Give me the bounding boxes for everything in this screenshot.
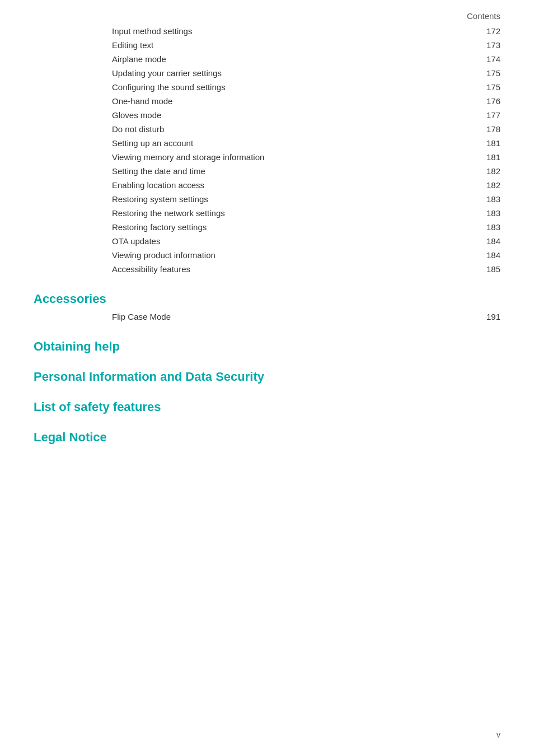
toc-item-label: Gloves mode xyxy=(34,108,474,122)
toc-row: Configuring the sound settings175 xyxy=(34,80,500,94)
toc-item-label: Accessibility features xyxy=(34,262,474,276)
toc-item-label: Do not disturb xyxy=(34,122,474,136)
toc-item-page: 178 xyxy=(474,122,500,136)
toc-item-page: 172 xyxy=(474,24,500,38)
toc-row: Editing text173 xyxy=(34,38,500,52)
toc-item-label: Enabling location access xyxy=(34,178,474,192)
toc-row: Input method settings172 xyxy=(34,24,500,38)
toc-item-page: 184 xyxy=(474,248,500,262)
contents-label: Contents xyxy=(34,11,500,21)
toc-item-label: Restoring factory settings xyxy=(34,220,474,234)
toc-row: Viewing memory and storage information18… xyxy=(34,150,500,164)
standalone-heading: Personal Information and Data Security xyxy=(34,370,500,384)
toc-item-label: Configuring the sound settings xyxy=(34,80,474,94)
toc-row: OTA updates184 xyxy=(34,234,500,248)
accessories-sub-items: Flip Case Mode191 xyxy=(34,310,500,324)
toc-item-page: 183 xyxy=(474,220,500,234)
toc-row: Restoring factory settings183 xyxy=(34,220,500,234)
toc-row: Enabling location access182 xyxy=(34,178,500,192)
toc-item-label: Setting the date and time xyxy=(34,164,474,178)
toc-item-page: 185 xyxy=(474,262,500,276)
toc-item-page: 181 xyxy=(474,136,500,150)
toc-item-page: 183 xyxy=(474,192,500,206)
toc-item-page: 184 xyxy=(474,234,500,248)
standalone-heading: Legal Notice xyxy=(34,430,500,445)
toc-item-page: 181 xyxy=(474,150,500,164)
toc-row: Restoring the network settings183 xyxy=(34,206,500,220)
toc-item-page: 176 xyxy=(474,94,500,108)
toc-table: Input method settings172Editing text173A… xyxy=(34,24,500,276)
toc-item-page: 183 xyxy=(474,206,500,220)
toc-item-page: 177 xyxy=(474,108,500,122)
toc-item-label: Editing text xyxy=(34,38,474,52)
toc-item-page: 174 xyxy=(474,52,500,66)
toc-item-label: Input method settings xyxy=(34,24,474,38)
toc-item-label: Airplane mode xyxy=(34,52,474,66)
toc-row: Restoring system settings183 xyxy=(34,192,500,206)
toc-item-label: Viewing product information xyxy=(34,248,474,262)
page-container: Contents Input method settings172Editing… xyxy=(0,0,534,478)
toc-row: Do not disturb178 xyxy=(34,122,500,136)
toc-row: Gloves mode177 xyxy=(34,108,500,122)
toc-item-label: Viewing memory and storage information xyxy=(34,150,474,164)
toc-item-page: 173 xyxy=(474,38,500,52)
sub-section-label: Flip Case Mode xyxy=(34,312,171,321)
toc-item-label: One-hand mode xyxy=(34,94,474,108)
toc-item-label: OTA updates xyxy=(34,234,474,248)
toc-item-page: 182 xyxy=(474,164,500,178)
toc-item-label: Setting up an account xyxy=(34,136,474,150)
toc-item-page: 175 xyxy=(474,80,500,94)
page-footer: v xyxy=(496,730,500,739)
toc-item-label: Updating your carrier settings xyxy=(34,66,474,80)
standalone-sections: Obtaining helpPersonal Information and D… xyxy=(34,339,500,445)
standalone-heading: Obtaining help xyxy=(34,339,500,354)
toc-item-page: 175 xyxy=(474,66,500,80)
toc-row: Setting up an account181 xyxy=(34,136,500,150)
standalone-heading: List of safety features xyxy=(34,400,500,414)
toc-item-label: Restoring the network settings xyxy=(34,206,474,220)
sub-section-page: 191 xyxy=(486,312,500,321)
accessories-sub-row: Flip Case Mode191 xyxy=(34,310,500,324)
toc-row: Viewing product information184 xyxy=(34,248,500,262)
toc-row: Setting the date and time182 xyxy=(34,164,500,178)
toc-row: Updating your carrier settings175 xyxy=(34,66,500,80)
toc-item-label: Restoring system settings xyxy=(34,192,474,206)
toc-row: One-hand mode176 xyxy=(34,94,500,108)
toc-item-page: 182 xyxy=(474,178,500,192)
toc-row: Accessibility features185 xyxy=(34,262,500,276)
toc-row: Airplane mode174 xyxy=(34,52,500,66)
accessories-heading: Accessories xyxy=(34,292,500,306)
